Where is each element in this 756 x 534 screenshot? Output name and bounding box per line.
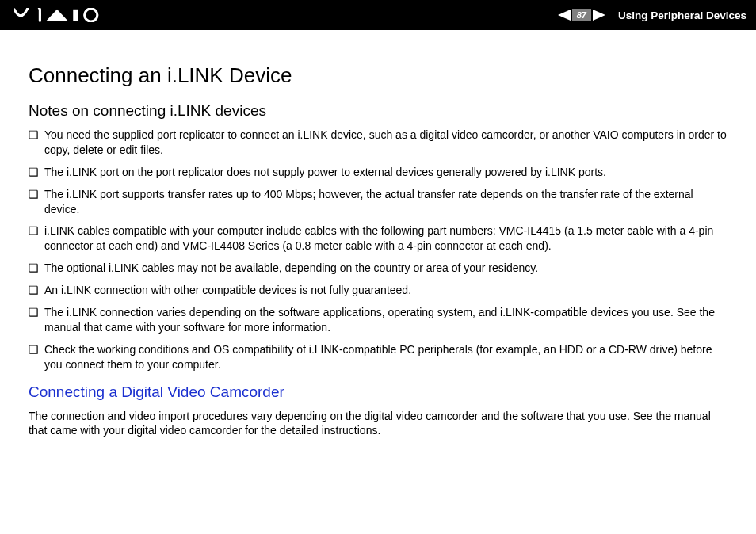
list-item: ❑The i.LINK port on the port replicator … — [29, 165, 727, 180]
page-nav: 87 — [558, 9, 605, 21]
subsection-heading[interactable]: Connecting a Digital Video Camcorder — [29, 383, 727, 401]
list-item: ❑i.LINK cables compatible with your comp… — [29, 223, 727, 254]
vaio-logo-svg — [14, 8, 100, 22]
square-bullet-icon: ❑ — [29, 223, 44, 238]
list-item-text: i.LINK cables compatible with your compu… — [44, 223, 727, 254]
svg-marker-0 — [47, 10, 68, 21]
square-bullet-icon: ❑ — [29, 283, 44, 298]
header-bar: 87 Using Peripheral Devices — [0, 0, 756, 30]
svg-marker-3 — [558, 10, 571, 21]
subsection-body: The connection and video import procedur… — [29, 409, 727, 439]
square-bullet-icon: ❑ — [29, 128, 44, 143]
list-item: ❑The i.LINK port supports transfer rates… — [29, 187, 727, 217]
list-item-text: You need the supplied port replicator to… — [44, 128, 727, 158]
square-bullet-icon: ❑ — [29, 165, 44, 180]
square-bullet-icon: ❑ — [29, 305, 44, 320]
list-item: ❑The optional i.LINK cables may not be a… — [29, 261, 727, 276]
list-item-text: Check the working conditions and OS comp… — [44, 342, 727, 372]
square-bullet-icon: ❑ — [29, 187, 44, 202]
notes-list: ❑You need the supplied port replicator t… — [29, 128, 727, 372]
header-right: 87 Using Peripheral Devices — [558, 9, 746, 21]
list-item-text: The i.LINK port on the port replicator d… — [44, 165, 727, 180]
page-number: 87 — [572, 9, 591, 21]
notes-heading: Notes on connecting i.LINK devices — [29, 102, 727, 120]
section-label: Using Peripheral Devices — [618, 10, 746, 21]
next-page-arrow-icon[interactable] — [593, 10, 605, 21]
prev-page-arrow-icon[interactable] — [558, 10, 571, 21]
list-item-text: The i.LINK connection varies depending o… — [44, 305, 727, 335]
vaio-logo — [14, 0, 100, 30]
list-item: ❑An i.LINK connection with other compati… — [29, 283, 727, 298]
page-title: Connecting an i.LINK Device — [29, 63, 727, 88]
list-item-text: An i.LINK connection with other compatib… — [44, 283, 727, 298]
svg-rect-1 — [73, 10, 78, 21]
svg-point-2 — [85, 9, 97, 21]
list-item: ❑You need the supplied port replicator t… — [29, 128, 727, 158]
square-bullet-icon: ❑ — [29, 261, 44, 276]
list-item-text: The i.LINK port supports transfer rates … — [44, 187, 727, 217]
svg-marker-4 — [593, 10, 605, 21]
page-content: Connecting an i.LINK Device Notes on con… — [0, 30, 756, 454]
list-item-text: The optional i.LINK cables may not be av… — [44, 261, 727, 276]
list-item: ❑The i.LINK connection varies depending … — [29, 305, 727, 335]
square-bullet-icon: ❑ — [29, 342, 44, 357]
list-item: ❑Check the working conditions and OS com… — [29, 342, 727, 372]
